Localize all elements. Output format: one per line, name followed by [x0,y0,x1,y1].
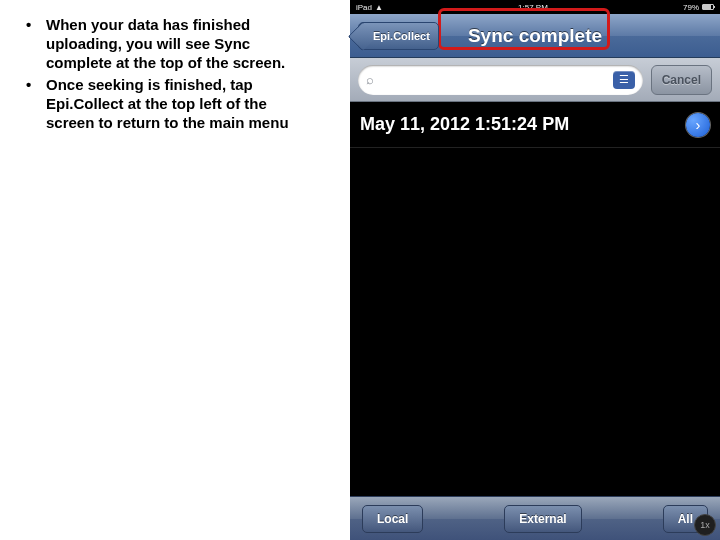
search-bar: ⌕ ☰ Cancel [350,58,720,102]
disclosure-icon[interactable]: › [686,113,710,137]
slide: When your data has finished uploading, y… [0,0,720,540]
external-button[interactable]: External [504,505,581,533]
search-icon: ⌕ [366,72,374,87]
instruction-panel: When your data has finished uploading, y… [18,16,318,137]
bottom-toolbar: Local External All [350,496,720,540]
navigation-bar: Epi.Collect Sync complete [350,14,720,58]
bullet-list: When your data has finished uploading, y… [18,16,318,133]
list-item[interactable]: May 11, 2012 1:51:24 PM › [350,102,720,148]
list-item-label: May 11, 2012 1:51:24 PM [360,114,569,135]
bullet-item: When your data has finished uploading, y… [18,16,318,72]
bookmark-icon[interactable]: ☰ [613,71,635,89]
search-field[interactable]: ⌕ ☰ [358,65,643,95]
scale-badge[interactable]: 1x [694,514,716,536]
cancel-button[interactable]: Cancel [651,65,712,95]
status-bar: iPad ▲ 1:57 PM 79% [350,0,720,14]
wifi-icon: ▲ [375,3,383,12]
status-left: iPad ▲ [356,3,383,12]
status-right: 79% [683,3,714,12]
results-list: May 11, 2012 1:51:24 PM › [350,102,720,148]
bullet-item: Once seeking is finished, tap Epi.Collec… [18,76,318,132]
battery-icon [702,4,714,10]
nav-title: Sync complete [468,25,602,47]
local-button[interactable]: Local [362,505,423,533]
device-label: iPad [356,3,372,12]
back-button[interactable]: Epi.Collect [358,22,439,50]
status-time: 1:57 PM [518,3,548,12]
device-screenshot: iPad ▲ 1:57 PM 79% Epi.Collect Sync comp… [350,0,720,540]
battery-percent: 79% [683,3,699,12]
